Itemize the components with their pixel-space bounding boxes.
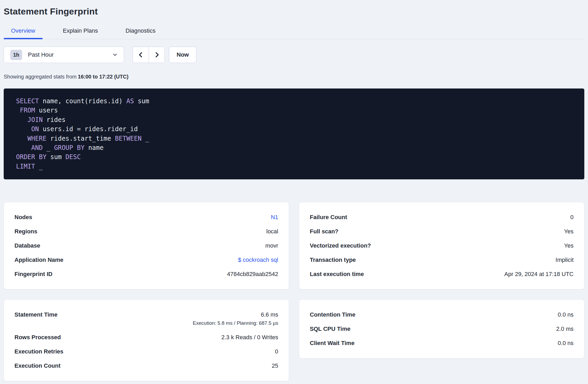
stat-value-wrap-transaction-type: Implicit: [556, 257, 574, 263]
stat-label-full-scan: Full scan?: [310, 228, 338, 235]
stat-value-fingerprint-id: 4784cb829aab2542: [227, 271, 278, 277]
tab-diagnostics[interactable]: Diagnostics: [118, 28, 163, 39]
stat-label-rows-processed: Rows Processed: [14, 334, 61, 341]
stat-label-regions: Regions: [14, 228, 37, 235]
sql-text: [16, 135, 27, 142]
tab-explain-plans[interactable]: Explain Plans: [56, 28, 105, 39]
stat-row-application-name: Application Name$ cockroach sql: [14, 253, 278, 267]
sql-text: name: [84, 144, 103, 151]
stat-label-transaction-type: Transaction type: [310, 257, 356, 263]
sql-line: FROM users: [16, 106, 572, 115]
stat-label-contention-time: Contention Time: [310, 311, 355, 318]
chevron-left-icon: [138, 52, 144, 58]
stat-value-wrap-fingerprint-id: 4784cb829aab2542: [227, 271, 278, 277]
aggregation-note-range: 16:00 to 17:22 (UTC): [78, 74, 128, 80]
stat-value-wrap-application-name: $ cockroach sql: [238, 257, 278, 263]
summary-cards: NodesN1RegionslocalDatabasemovrApplicati…: [4, 202, 584, 381]
wait-times-card: Contention Time0.0 nsSQL CPU Time2.0 msC…: [299, 299, 584, 358]
stat-value-full-scan: Yes: [564, 228, 574, 235]
sql-line: JOIN rides: [16, 115, 572, 125]
sql-keyword: AND: [31, 144, 43, 151]
page-title: Statement Fingerprint: [4, 7, 584, 16]
statement-times-card: Statement Time6.6 msExecution: 5.8 ms / …: [4, 299, 289, 381]
stat-value-client-wait-time: 0.0 ns: [558, 340, 574, 346]
stat-value-failure-count: 0: [570, 214, 574, 220]
sql-text: [16, 107, 20, 114]
stat-row-regions: Regionslocal: [14, 224, 278, 239]
statement-details-card: NodesN1RegionslocalDatabasemovrApplicati…: [4, 202, 289, 289]
stat-label-client-wait-time: Client Wait Time: [310, 340, 355, 347]
stat-label-statement-time: Statement Time: [14, 312, 57, 318]
stat-row-execution-retries: Execution Retries0: [14, 344, 278, 359]
stat-row-sql-cpu-time: SQL CPU Time2.0 ms: [310, 322, 574, 336]
stat-value-wrap-execution-retries: 0: [275, 349, 278, 355]
stat-label-execution-count: Execution Count: [14, 362, 61, 369]
sql-text: [16, 116, 27, 124]
stat-value-wrap-contention-time: 0.0 ns: [558, 312, 574, 318]
sql-statement-box: SELECT name, count(rides.id) AS sum FROM…: [4, 88, 584, 179]
stat-value-execution-retries: 0: [275, 348, 278, 355]
sql-line: SELECT name, count(rides.id) AS sum: [16, 97, 572, 106]
stat-value-vectorized-execution: Yes: [564, 242, 574, 249]
stat-value-wrap-regions: local: [266, 229, 278, 234]
stat-row-nodes: NodesN1: [14, 210, 278, 224]
sql-keyword: GROUP BY: [54, 144, 85, 151]
time-step-buttons: [133, 47, 165, 63]
nodes-link[interactable]: N1: [271, 214, 278, 220]
sql-text: _: [35, 163, 43, 170]
stat-row-fingerprint-id: Fingerprint ID4784cb829aab2542: [14, 267, 278, 281]
stat-value-wrap-last-execution-time: Apr 29, 2024 at 17:18 UTC: [504, 271, 574, 277]
stat-value-wrap-nodes: N1: [271, 214, 278, 220]
time-range-label: Past Hour: [28, 51, 112, 58]
sql-keyword: WHERE: [27, 135, 46, 142]
stat-row-database: Databasemovr: [14, 239, 278, 253]
stat-value-wrap-execution-count: 25: [272, 363, 278, 369]
stat-value-execution-count: 25: [272, 362, 278, 369]
sql-text: rides: [43, 116, 66, 124]
sql-text: name, count(rides.id): [39, 97, 126, 105]
sql-text: rides.start_time: [47, 135, 115, 142]
sql-keyword: AS: [126, 97, 134, 105]
application-name-link[interactable]: $ cockroach sql: [238, 257, 278, 263]
stat-label-nodes: Nodes: [14, 214, 32, 221]
chevron-right-icon: [154, 52, 160, 58]
stat-value-wrap-sql-cpu-time: 2.0 ms: [556, 326, 574, 332]
sql-line: AND _ GROUP BY name: [16, 143, 572, 152]
execution-attributes-card: Failure Count0Full scan?YesVectorized ex…: [299, 202, 584, 289]
stat-value-sql-cpu-time: 2.0 ms: [556, 326, 574, 332]
sql-line: WHERE rides.start_time BETWEEN _: [16, 134, 572, 143]
stat-value-contention-time: 0.0 ns: [558, 311, 574, 318]
stat-value-statement-time: 6.6 ms: [261, 311, 278, 318]
sql-line: ON users.id = rides.rider_id: [16, 125, 572, 134]
next-time-button[interactable]: [149, 47, 165, 63]
stat-value-transaction-type: Implicit: [556, 257, 574, 263]
stat-label-database: Database: [14, 242, 40, 249]
sql-line: LIMIT _: [16, 162, 572, 171]
stat-row-full-scan: Full scan?Yes: [310, 224, 574, 239]
sql-keyword: SELECT: [16, 97, 39, 105]
stat-row-execution-count: Execution Count25: [14, 359, 278, 373]
sql-text: [16, 125, 31, 133]
stat-label-last-execution-time: Last execution time: [310, 271, 364, 278]
sql-keyword: ORDER BY: [16, 153, 47, 161]
sql-text: sum: [134, 97, 149, 105]
previous-time-button[interactable]: [133, 47, 149, 63]
tab-overview[interactable]: Overview: [4, 28, 43, 39]
stat-label-fingerprint-id: Fingerprint ID: [14, 271, 52, 278]
sql-text: users.id = rides.rider_id: [39, 125, 138, 133]
stat-value-wrap-statement-time: 6.6 msExecution: 5.8 ms / Planning: 687.…: [193, 312, 278, 326]
sql-text: _: [142, 135, 149, 142]
stat-value-database: movr: [265, 242, 278, 249]
stat-row-rows-processed: Rows Processed2.3 k Reads / 0 Writes: [14, 330, 278, 344]
sql-line: ORDER BY sum DESC: [16, 152, 572, 162]
stat-label-sql-cpu-time: SQL CPU Time: [310, 326, 350, 332]
stat-label-execution-retries: Execution Retries: [14, 348, 63, 355]
stat-value-wrap-client-wait-time: 0.0 ns: [558, 340, 574, 346]
now-button[interactable]: Now: [169, 47, 196, 63]
stat-value-wrap-rows-processed: 2.3 k Reads / 0 Writes: [221, 334, 278, 340]
aggregation-note: Showing aggregated stats from16:00 to 17…: [4, 74, 584, 79]
time-range-select[interactable]: 1h Past Hour: [4, 47, 124, 63]
sql-keyword: BETWEEN: [115, 135, 142, 142]
sql-text: users: [35, 107, 58, 114]
stat-row-vectorized-execution: Vectorized execution?Yes: [310, 239, 574, 253]
